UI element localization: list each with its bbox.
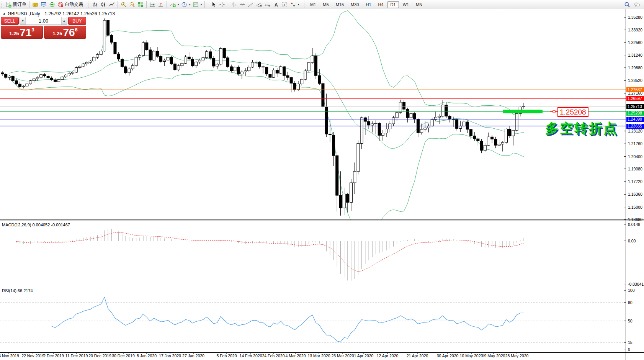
crosshair-button[interactable] <box>218 1 226 8</box>
vertical-line-icon <box>231 2 237 8</box>
autotrading-icon <box>57 2 64 8</box>
zoom-in-icon <box>121 2 127 8</box>
tag-anchor[interactable] <box>553 110 555 113</box>
buy-price-big-digits: 76 <box>63 27 75 38</box>
text-label-button[interactable]: T <box>280 1 289 8</box>
toolbar-separator <box>29 1 29 8</box>
channel-icon: E <box>256 2 262 8</box>
toolbar-separator <box>146 1 147 8</box>
crosshair-icon <box>219 2 225 8</box>
rsi-line <box>52 297 524 342</box>
indicators-button[interactable]: ▾ <box>168 1 180 8</box>
text-label-icon: T <box>281 2 288 8</box>
rsi-plot <box>0 297 626 342</box>
chevron-down-icon: ▾ <box>189 3 190 6</box>
chart-shift-icon <box>158 2 164 8</box>
support-highlight-bar[interactable] <box>503 110 543 113</box>
timeframe-m30-button[interactable]: M30 <box>348 1 362 8</box>
svg-text:T: T <box>283 3 286 7</box>
toolbar-grip <box>88 2 90 8</box>
new-order-button[interactable]: 新订单 <box>4 1 28 8</box>
cursor-icon <box>211 2 217 8</box>
timeframe-h4-button[interactable]: H4 <box>375 1 387 8</box>
price-tag-annotation[interactable]: 1.25208 <box>557 107 588 117</box>
buy-price-prefix: 1.25 <box>52 29 62 38</box>
toolbar-separator <box>167 1 167 8</box>
volume-increase-button[interactable]: ▲ <box>61 17 67 25</box>
toolbar-grip <box>207 2 208 8</box>
timeframe-m15-button[interactable]: M15 <box>333 1 347 8</box>
templates-button[interactable]: ▾ <box>191 1 203 8</box>
bar-chart-button[interactable] <box>91 1 99 8</box>
chevron-down-icon: ▾ <box>200 3 202 6</box>
chart-shift-button[interactable] <box>157 1 165 8</box>
terminal-button[interactable] <box>39 1 48 8</box>
sell-price-big-digits: 71 <box>20 27 31 38</box>
text-button[interactable]: A <box>272 1 280 8</box>
toolbar-separator <box>118 1 118 8</box>
trendline-icon <box>248 2 254 8</box>
line-chart-button[interactable] <box>108 1 116 8</box>
chat-button[interactable] <box>633 1 641 8</box>
periods-button[interactable]: ▾ <box>180 1 191 8</box>
sell-price-display[interactable]: 1.25 71 3 <box>1 26 43 39</box>
chevron-down-icon: ▾ <box>297 3 299 6</box>
arrows-icon <box>290 2 296 8</box>
channel-button[interactable]: E <box>255 1 263 8</box>
toolbar-separator <box>204 1 205 8</box>
svg-text:F: F <box>269 5 270 8</box>
toolbar-separator <box>302 1 302 8</box>
tile-windows-button[interactable] <box>136 1 145 8</box>
timeframe-mn-button[interactable]: MN <box>413 1 425 8</box>
timeframe-m1-button[interactable]: M1 <box>307 1 319 8</box>
text-icon: A <box>273 2 279 8</box>
indicators-icon <box>170 2 176 8</box>
tile-windows-icon <box>137 2 144 8</box>
fibonacci-button[interactable]: F <box>263 1 272 8</box>
autotrading-button[interactable]: 自动交易 <box>56 1 84 8</box>
toolbar-right-group <box>623 1 643 8</box>
svg-text:A: A <box>275 2 278 7</box>
buy-price-display[interactable]: 1.25 76 6 <box>44 26 86 39</box>
horizontal-line-icon <box>239 2 245 8</box>
timeframe-d1-button[interactable]: D1 <box>387 1 399 8</box>
pivot-point-annotation[interactable]: 多空转折点 <box>545 119 618 137</box>
bar-chart-icon <box>92 2 98 8</box>
candlestick-chart-icon <box>100 2 106 8</box>
arrows-button[interactable]: ▾ <box>289 1 300 8</box>
auto-scroll-icon <box>149 2 155 8</box>
templates-icon <box>193 2 199 8</box>
buy-button[interactable]: BUY <box>68 17 86 25</box>
trendline-button[interactable] <box>247 1 255 8</box>
zoom-in-button[interactable] <box>119 1 128 8</box>
main-plot <box>0 11 626 228</box>
periods-icon <box>181 2 187 8</box>
timeframe-m5-button[interactable]: M5 <box>320 1 332 8</box>
candles <box>1 18 525 216</box>
search-icon <box>624 2 630 8</box>
mt4-terminal: 新订单 自动交易 ▾ ▾ ▾ E F A T <box>0 0 644 360</box>
sell-price-prefix: 1.25 <box>9 29 19 38</box>
cursor-button[interactable] <box>209 1 218 8</box>
fibonacci-icon: F <box>265 2 271 8</box>
timeframe-h1-button[interactable]: H1 <box>363 1 374 8</box>
toolbar-grip <box>304 2 306 8</box>
chat-icon <box>634 2 640 8</box>
bollinger-lower-band <box>9 70 524 228</box>
horizontal-line-button[interactable] <box>238 1 247 8</box>
timeframe-bar: M1M5M15M30H1H4D1W1MN <box>307 1 426 8</box>
search-button[interactable] <box>623 1 631 8</box>
candlestick-chart-button[interactable] <box>99 1 108 8</box>
new-order-icon <box>5 2 11 8</box>
volume-decrease-button[interactable]: ▼ <box>20 17 26 25</box>
svg-text:E: E <box>260 5 262 8</box>
zoom-out-button[interactable] <box>128 1 136 8</box>
timeframe-w1-button[interactable]: W1 <box>400 1 412 8</box>
buy-price-pipette: 6 <box>75 27 78 33</box>
sell-button[interactable]: SELL <box>1 17 19 25</box>
auto-scroll-button[interactable] <box>148 1 157 8</box>
navigator-button[interactable] <box>48 1 56 8</box>
market-watch-button[interactable] <box>31 1 39 8</box>
vertical-line-button[interactable] <box>230 1 238 8</box>
volume-input[interactable] <box>26 17 61 25</box>
